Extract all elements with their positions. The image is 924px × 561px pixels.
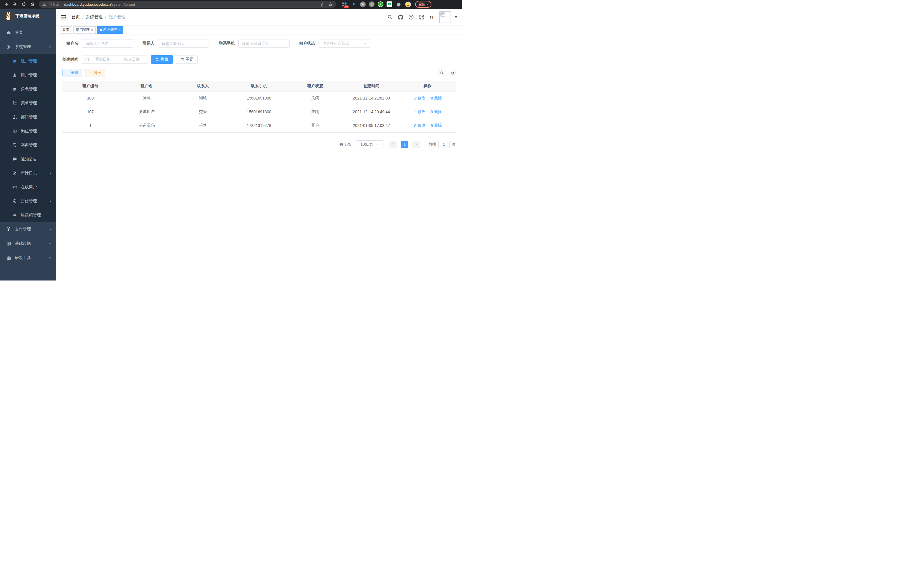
breadcrumb-home[interactable]: 首页 [71, 14, 80, 20]
sidebar-item-dept[interactable]: 部门管理 [0, 110, 56, 124]
edit-log-icon [12, 171, 17, 176]
sidebar-group-system[interactable]: 系统管理 [0, 40, 56, 54]
sidebar-item-dict[interactable]: 字典管理 [0, 138, 56, 152]
edit-link[interactable]: 修改 [413, 123, 425, 128]
delete-link[interactable]: 删除 [430, 123, 442, 128]
status-label: 租户状态 [299, 41, 315, 46]
sidebar-group-label: 支付管理 [15, 227, 31, 232]
extensions-puzzle-icon[interactable] [395, 1, 402, 8]
close-icon[interactable]: × [118, 28, 121, 32]
sidebar-item-user[interactable]: 用户管理 [0, 68, 56, 82]
extension-kite-icon[interactable] [351, 1, 357, 8]
app-logo [4, 12, 13, 20]
extension-status-icon[interactable] [369, 2, 375, 7]
export-button-label: 导出 [94, 71, 101, 75]
sidebar-group-sms[interactable]: 短信管理 [0, 194, 56, 208]
col-tenant-id: 租户编号 [62, 81, 118, 91]
search-button[interactable]: 搜索 [151, 55, 173, 64]
tenant-name-input[interactable] [82, 39, 133, 48]
sidebar-item-menu[interactable]: 菜单管理 [0, 96, 56, 110]
breadcrumb-separator: / [105, 15, 106, 20]
chevron-down-icon [363, 42, 367, 45]
export-button[interactable]: 导出 [85, 69, 105, 77]
sidebar-group-label: 审计日志 [21, 171, 37, 176]
page-size-select[interactable]: 10条/页 [356, 140, 383, 148]
sitemap-icon [12, 115, 17, 120]
dictionary-icon [12, 143, 17, 147]
yen-icon: ¥ [6, 227, 11, 232]
prev-page-button[interactable] [389, 141, 397, 148]
chrome-update-button[interactable]: 更新 [415, 1, 431, 8]
close-icon[interactable]: × [91, 28, 93, 32]
tag-label: 租户管理 [104, 27, 117, 32]
browser-forward-button[interactable] [11, 1, 19, 8]
not-secure-warning-icon[interactable] [42, 2, 46, 6]
trash-icon [430, 110, 434, 114]
code-icon: </> [12, 213, 17, 218]
edit-icon [413, 124, 417, 127]
toggle-search-button[interactable] [438, 69, 445, 76]
github-icon[interactable] [398, 15, 403, 20]
refresh-icon [180, 58, 184, 62]
bookmark-star-icon[interactable] [328, 2, 333, 7]
sidebar-item-label: 字典管理 [21, 143, 37, 148]
sidebar-group-dev-tools[interactable]: 研发工具 [0, 251, 56, 265]
sidebar-item-tenant[interactable]: 租户管理 [0, 54, 56, 68]
edit-link[interactable]: 修改 [413, 96, 425, 101]
header-search-icon[interactable] [387, 15, 393, 20]
address-bar[interactable]: 不安全 dashboard.yudao.iocoder.cn/system/te… [39, 1, 336, 8]
sidebar-group-infra[interactable]: 基础设施 [0, 236, 56, 251]
cell-mobile: 15601691300 [231, 91, 287, 105]
date-range-picker[interactable]: 开始日期 - 结束日期 [82, 55, 147, 64]
browser-reload-button[interactable] [20, 1, 27, 8]
sidebar-group-pay[interactable]: ¥ 支付管理 [0, 222, 56, 236]
extension-badge: 10 [344, 5, 349, 8]
extension-y-icon[interactable]: Y [378, 2, 383, 7]
edit-link[interactable]: 修改 [413, 109, 425, 114]
tag-home[interactable]: 首页 [60, 26, 72, 34]
sidebar-item-home[interactable]: 首页 [0, 26, 56, 40]
mobile-input[interactable] [238, 39, 290, 48]
extension-command-icon[interactable]: ⌘ [360, 2, 366, 7]
goto-page-input[interactable] [438, 141, 450, 148]
browser-home-button[interactable] [28, 1, 36, 8]
tag-tenant[interactable]: 租户管理 × [97, 26, 123, 34]
chevron-down-icon [49, 256, 52, 260]
share-icon[interactable] [321, 2, 325, 7]
browser-back-button[interactable] [3, 1, 10, 8]
sidebar-toggle-icon[interactable] [61, 14, 66, 20]
breadcrumb-section[interactable]: 系统管理 [86, 14, 103, 20]
url-path: /system/tenant [111, 2, 135, 7]
extension-tampermonkey-icon[interactable]: 10 [341, 1, 347, 8]
avatar-dropdown-caret[interactable] [454, 16, 458, 18]
plus-icon [66, 71, 70, 75]
fullscreen-icon[interactable] [419, 15, 424, 20]
next-page-button[interactable] [412, 141, 420, 148]
sidebar-item-post[interactable]: 岗位管理 [0, 124, 56, 138]
page-size-value: 10条/页 [361, 142, 373, 147]
tag-dept[interactable]: 部门管理 × [74, 26, 96, 34]
help-icon[interactable] [409, 15, 414, 20]
extension-chat-icon[interactable] [387, 2, 392, 7]
user-avatar[interactable] [440, 11, 451, 23]
sidebar-item-role[interactable]: 角色管理 [0, 82, 56, 96]
page-number-button[interactable]: 1 [401, 141, 408, 148]
sidebar-item-error-code[interactable]: </> 错误码管理 [0, 208, 56, 222]
status-select[interactable]: 请选择租户状态 [319, 39, 370, 48]
contact-input[interactable] [158, 39, 209, 48]
refresh-table-button[interactable] [449, 69, 456, 76]
profile-avatar-icon[interactable] [405, 1, 411, 8]
sidebar-group-audit-log[interactable]: 审计日志 [0, 166, 56, 180]
app-logo-row[interactable]: 芋道管理系统 [0, 9, 56, 23]
sidebar-item-online-user[interactable]: 在线用户 [0, 180, 56, 194]
delete-link[interactable]: 删除 [430, 96, 442, 101]
update-label: 更新 [418, 2, 425, 7]
browser-menu-icon[interactable] [428, 3, 428, 6]
reset-button[interactable]: 重置 [176, 55, 198, 64]
delete-link[interactable]: 删除 [430, 109, 442, 114]
add-button[interactable]: 新增 [62, 69, 82, 77]
reset-button-label: 重置 [185, 57, 193, 62]
sidebar-item-notice[interactable]: 通知公告 [0, 152, 56, 166]
font-size-icon[interactable]: TT [430, 15, 434, 20]
search-icon [155, 58, 159, 62]
